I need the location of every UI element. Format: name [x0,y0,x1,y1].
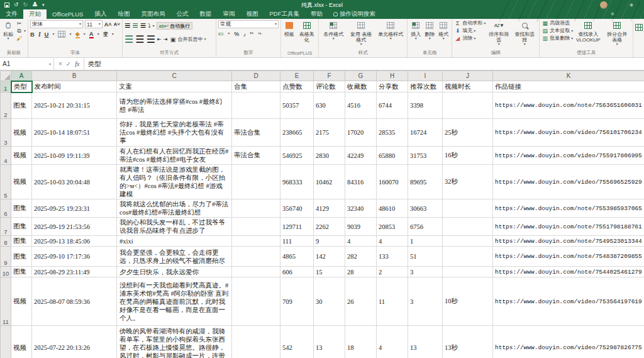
enter-icon[interactable]: ✓ [66,60,71,67]
cell-H8[interactable]: 4 [377,236,408,247]
cell-G9[interactable]: 282 [345,247,377,267]
cell-D6[interactable] [232,199,280,218]
number-format-combo[interactable]: 常规▾ [218,20,279,28]
copy-button[interactable]: ⧉▾ [16,28,26,34]
column-header-K[interactable]: K [493,71,644,81]
tab-page-layout[interactable]: 页面布局 [135,9,170,19]
cell-K10[interactable]: https://www.douyin.com/note/754402546127… [493,267,644,277]
cell-D4[interactable]: 蒂法合集 [232,147,280,165]
cell-G10[interactable]: 28 [345,267,377,277]
font-name-combo[interactable]: 宋体▾ [30,20,83,28]
cell-H1[interactable]: 分享数 [377,81,408,92]
tab-formulas[interactable]: 公式 [170,9,194,19]
cell-A12[interactable]: 视频 [11,326,32,358]
cell-C11[interactable]: 没想到有一天我也能看到梵高真迹。#浦东美术馆#梵高 #阿尔勒的卧室 直到在梵高的… [117,277,232,326]
row-header-8[interactable]: 8 [1,236,11,247]
column-header-G[interactable]: G [345,71,377,81]
cell-E1[interactable]: 点赞数 [280,81,314,92]
cell-I12[interactable]: 13 [408,326,443,358]
cell-B10[interactable]: 2025-08-29 23:11:49 [32,267,117,277]
cell-D12[interactable] [232,326,280,358]
template-button[interactable]: 模板 [283,20,296,38]
tab-home[interactable]: 开始 [23,9,47,19]
grow-font-button[interactable]: A˄ [104,21,112,28]
cell-J10[interactable] [443,267,493,277]
cell-J12[interactable]: 13秒 [443,326,493,358]
cell-G5[interactable]: 84316 [345,165,377,199]
tab-review[interactable]: 审阅 [217,9,240,19]
cell-B5[interactable]: 2025-10-03 20:04:48 [32,165,117,199]
redo-icon[interactable]: ↻ [23,2,28,8]
cell-D10[interactable] [232,267,280,277]
orientation-icon[interactable]: ⤵ [148,23,151,29]
align-middle-icon[interactable]: ≡ [132,20,138,31]
row-header-7[interactable]: 7 [1,218,11,236]
align-center-icon[interactable]: ☰ [135,33,144,45]
column-header-I[interactable]: I [408,71,443,81]
cell-K1[interactable]: 作品链接 [493,81,644,92]
cell-D11[interactable] [232,277,280,326]
cell-C9[interactable]: 我会更坚强，会更独立，会走得更远，只恳求身上的锐气不被消磨殆尽 [117,247,232,267]
cell-G7[interactable]: 9039 [345,218,377,236]
cell-H11[interactable]: 11 [377,277,408,326]
cell-J3[interactable]: 25秒 [443,119,493,147]
cell-C12[interactable]: 傍晚的风带着湖湾特有的咸湿，我骑着单车，车筐里的小狗探着头东张西望，在石板路上慢… [117,326,232,358]
cell-I5[interactable]: 89695 [408,165,443,199]
cell-E3[interactable]: 238665 [280,119,314,147]
cell-J1[interactable]: 视频时长 [443,81,493,92]
cell-G8[interactable]: 4 [345,236,377,247]
row-header-11[interactable]: 11 [1,277,11,326]
cell-K6[interactable]: https://www.douyin.com/note/755398593706… [493,199,644,218]
tab-draw[interactable]: 绘图 [112,9,135,19]
vlookup-button[interactable]: 查找录入 VLOOKUP [574,20,602,43]
cell-F7[interactable]: 2262 [314,218,345,236]
cell-E11[interactable]: 709 [280,277,314,326]
cell-K11[interactable]: https://www.douyin.com/video/75356419761… [493,277,644,326]
insert-function-icon[interactable]: fx [75,60,79,67]
cell-A5[interactable]: 视频 [11,165,32,199]
fill-button[interactable]: ⬇填充▾ [454,28,486,34]
cell-H9[interactable]: 133 [377,247,408,267]
column-header-C[interactable]: C [117,71,232,81]
borders-button[interactable] [58,31,65,38]
tab-view[interactable]: 视图 [240,9,264,19]
column-header-J[interactable]: J [443,71,493,81]
save-icon[interactable] [4,3,9,8]
cell-H3[interactable]: 28535 [377,119,408,147]
cell-G3[interactable]: 17020 [345,119,377,147]
cell-I9[interactable]: 51 [408,247,443,267]
cell-B11[interactable]: 2025-08-07 08:59:36 [32,277,117,326]
cell-A11[interactable]: 视频 [11,277,32,326]
column-header-A[interactable]: A [11,71,32,81]
undo-icon[interactable]: ↺ [14,2,19,8]
cell-J11[interactable]: 10秒 [443,277,493,326]
cell-F8[interactable]: 9 [314,236,345,247]
column-header-E[interactable]: E [280,71,314,81]
cell-J6[interactable] [443,199,493,218]
cell-E12[interactable]: 542 [280,326,314,358]
cell-B8[interactable]: 2025-09-13 18:45:06 [32,236,117,247]
cell-E4[interactable]: 546925 [280,147,314,165]
row-header-6[interactable]: 6 [1,199,11,218]
cell-D3[interactable]: 蒂法合集 [232,119,280,147]
cell-G12[interactable]: 18 [345,326,377,358]
cell-D2[interactable] [232,92,280,119]
column-header-F[interactable]: F [314,71,345,81]
cell-J8[interactable] [443,236,493,247]
cell-F1[interactable]: 评论数 [314,81,345,92]
cell-F11[interactable]: 30 [314,277,345,326]
row-header-4[interactable]: 4 [1,147,11,165]
tab-pdf-tools[interactable]: PDF工具集 [264,9,305,19]
cell-K8[interactable]: https://www.douyin.com/note/754952301334… [493,236,644,247]
cell-K4[interactable]: https://www.douyin.com/video/75591780699… [493,147,644,165]
cell-J7[interactable] [443,218,493,236]
cell-E6[interactable]: 356740 [280,199,314,218]
cell-I1[interactable]: 推荐次数 [408,81,443,92]
cell-G1[interactable]: 收藏数 [345,81,377,92]
cell-F6[interactable]: 4129 [314,199,345,218]
cell-C2[interactable]: 请为您的蒂法选择穿搭#cos #最终幻想 #蒂法 [117,92,232,119]
cell-B2[interactable]: 2025-10-21 20:31:15 [32,92,117,119]
align-left-icon[interactable]: ☰ [125,33,133,45]
cell-A8[interactable]: 图集 [11,236,32,247]
align-bottom-icon[interactable]: ≡ [140,20,146,31]
